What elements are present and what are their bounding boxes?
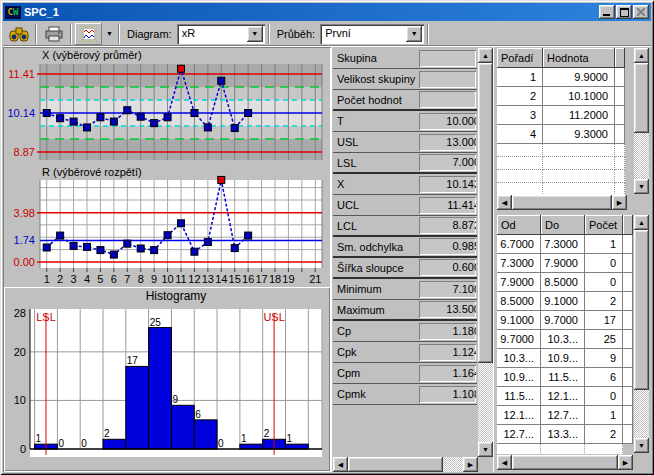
table-cell[interactable]: 13.3... <box>541 425 585 444</box>
table-cell[interactable]: 12.1... <box>497 406 541 425</box>
table-cell[interactable]: 25 <box>585 330 623 349</box>
table-cell[interactable] <box>497 170 543 183</box>
scroll-left-icon[interactable]: ◀ <box>497 455 512 470</box>
table-cell[interactable] <box>497 144 543 157</box>
table-cell[interactable]: 12.1... <box>541 387 585 406</box>
scroll-up-icon[interactable]: ▲ <box>634 215 649 230</box>
close-button[interactable] <box>633 5 649 19</box>
stats-horizontal-scrollbar[interactable]: ◀ ▶ <box>333 457 478 472</box>
scroll-right-icon[interactable]: ▶ <box>618 455 633 470</box>
prubeh-combobox[interactable]: První ▼ <box>320 24 424 44</box>
scrollbar-thumb[interactable] <box>348 457 443 472</box>
scroll-right-icon[interactable]: ▶ <box>612 195 627 210</box>
bin-table-vertical-scrollbar[interactable]: ▲ ▼ <box>634 215 649 453</box>
table-cell[interactable]: 0 <box>585 273 623 292</box>
table-cell[interactable]: 11.5... <box>541 368 585 387</box>
table-cell[interactable]: 9.1000 <box>541 292 585 311</box>
scrollbar-thumb[interactable] <box>634 63 649 133</box>
table-cell[interactable]: 17 <box>585 311 623 330</box>
title-bar[interactable]: CW SPC_1 <box>3 3 651 21</box>
table-cell[interactable]: 9.1000 <box>497 311 541 330</box>
scroll-right-icon[interactable]: ▶ <box>463 457 478 472</box>
combo-arrow-icon[interactable]: ▼ <box>406 26 422 42</box>
table-cell[interactable]: 10.3... <box>497 349 541 368</box>
column-header[interactable]: Počet <box>585 215 623 235</box>
table-cell[interactable]: 0 <box>585 254 623 273</box>
chart-type-dropdown[interactable]: ▼ <box>102 23 115 45</box>
stats-label: Velikost skupiny <box>337 73 419 85</box>
table-cell[interactable]: 12.7... <box>497 425 541 444</box>
scroll-down-icon[interactable]: ▼ <box>478 442 493 457</box>
scrollbar-thumb[interactable] <box>512 195 612 210</box>
table-cell[interactable]: 6 <box>585 368 623 387</box>
scrollbar-track[interactable] <box>478 363 493 442</box>
value-table-horizontal-scrollbar[interactable]: ◀ ▶ <box>497 195 627 210</box>
find-button[interactable] <box>5 23 32 45</box>
column-header[interactable]: Hodnota <box>543 48 615 68</box>
table-cell[interactable]: 10.9... <box>541 349 585 368</box>
table-cell[interactable]: 4 <box>497 125 543 144</box>
table-cell[interactable]: 6.7000 <box>497 235 541 254</box>
value-table-vertical-scrollbar[interactable]: ▲ ▼ <box>634 48 649 194</box>
table-cell[interactable]: 7.9000 <box>541 254 585 273</box>
table-cell[interactable]: 1 <box>497 68 543 87</box>
chart-type-button[interactable] <box>75 23 102 45</box>
column-header[interactable]: Od <box>497 215 541 235</box>
table-cell[interactable]: 0 <box>585 387 623 406</box>
table-cell[interactable]: 9.9000 <box>543 68 615 87</box>
app-icon[interactable]: CW <box>5 6 21 19</box>
scrollbar-track[interactable] <box>634 390 649 438</box>
scrollbar-thumb[interactable] <box>512 455 618 470</box>
table-cell[interactable] <box>543 144 615 157</box>
table-cell[interactable]: 11.2000 <box>543 106 615 125</box>
table-cell[interactable]: 1 <box>585 235 623 254</box>
table-cell[interactable]: 2 <box>585 292 623 311</box>
scrollbar-track[interactable] <box>634 133 649 179</box>
svg-text:LSL: LSL <box>36 311 56 323</box>
table-cell[interactable]: 7.9000 <box>497 273 541 292</box>
scroll-up-icon[interactable]: ▲ <box>478 48 493 63</box>
table-cell[interactable]: 10.3... <box>541 330 585 349</box>
stats-vertical-scrollbar[interactable]: ▲ ▼ <box>478 48 493 457</box>
table-cell[interactable]: 10.1000 <box>543 87 615 106</box>
table-cell[interactable] <box>543 170 615 183</box>
maximize-button[interactable] <box>616 5 632 19</box>
table-cell[interactable]: 9.7000 <box>541 311 585 330</box>
scroll-left-icon[interactable]: ◀ <box>497 195 512 210</box>
scroll-left-icon[interactable]: ◀ <box>333 457 348 472</box>
table-cell[interactable]: 7.3000 <box>541 235 585 254</box>
table-cell[interactable]: 3 <box>497 106 543 125</box>
scrollbar-track[interactable] <box>443 457 463 472</box>
minimize-button[interactable] <box>599 5 615 19</box>
table-cell[interactable]: 7.3000 <box>497 254 541 273</box>
scroll-up-icon[interactable]: ▲ <box>634 48 649 63</box>
table-cell[interactable]: 2 <box>585 425 623 444</box>
table-cell[interactable]: 8.5000 <box>497 292 541 311</box>
table-cell[interactable]: 8.5000 <box>541 273 585 292</box>
svg-text:13: 13 <box>202 273 214 285</box>
print-button[interactable] <box>40 23 67 45</box>
scrollbar-thumb[interactable] <box>478 63 493 363</box>
table-cell[interactable]: 9.7000 <box>497 330 541 349</box>
diagram-combobox[interactable]: xR ▼ <box>177 24 265 44</box>
scroll-down-icon[interactable]: ▼ <box>634 179 649 194</box>
table-cell[interactable]: 11.5... <box>497 387 541 406</box>
table-cell[interactable]: 9 <box>585 349 623 368</box>
filler-cell <box>615 157 625 170</box>
table-cell[interactable]: 12.7... <box>541 406 585 425</box>
scrollbar-thumb[interactable] <box>634 230 649 390</box>
table-cell[interactable]: 9.3000 <box>543 125 615 144</box>
combo-arrow-icon[interactable]: ▼ <box>247 26 263 42</box>
svg-text:6: 6 <box>195 409 201 420</box>
scroll-down-icon[interactable]: ▼ <box>634 438 649 453</box>
table-cell[interactable]: 10.9... <box>497 368 541 387</box>
stats-label: Minimum <box>337 283 419 295</box>
xbar-chart: X (výběrový průměr)11.4110.148.87 <box>4 48 328 166</box>
table-cell[interactable] <box>543 157 615 170</box>
table-cell[interactable]: 1 <box>585 406 623 425</box>
table-cell[interactable]: 2 <box>497 87 543 106</box>
bin-table-horizontal-scrollbar[interactable]: ◀ ▶ <box>497 455 633 470</box>
column-header[interactable]: Pořadí <box>497 48 543 68</box>
column-header[interactable]: Do <box>541 215 585 235</box>
table-cell[interactable] <box>497 157 543 170</box>
